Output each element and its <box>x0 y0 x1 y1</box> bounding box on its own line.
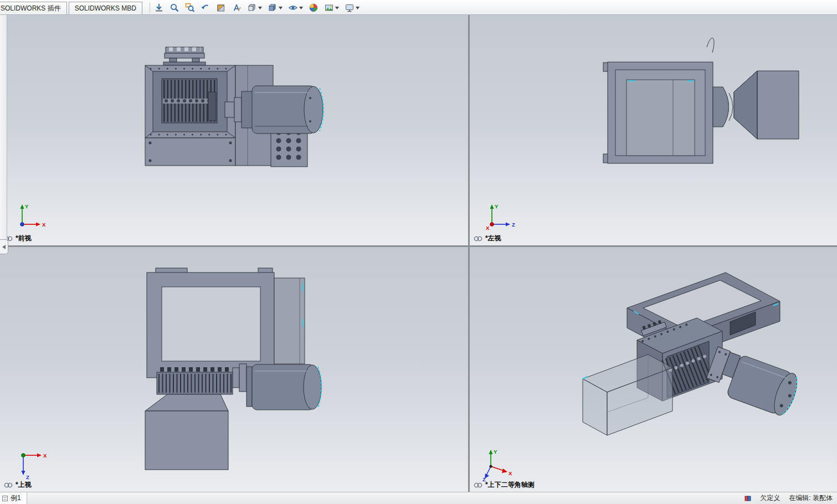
axis-label-y: Y <box>494 449 497 455</box>
tab-label: SOLIDWORKS 插件 <box>1 4 61 13</box>
display-style-button[interactable] <box>267 2 283 13</box>
axis-label-x: X <box>42 222 46 228</box>
status-editing: 在编辑: 装配体 <box>789 493 833 503</box>
base-plate-part <box>145 138 235 166</box>
view-link-icon <box>474 482 482 488</box>
wire-part <box>707 38 714 53</box>
view-name: *上下二等角轴测 <box>485 480 535 490</box>
heads-up-view-toolbar <box>153 2 360 13</box>
dropdown-arrow-icon <box>299 7 303 9</box>
dropdown-arrow-icon <box>279 7 283 9</box>
viewport-front[interactable]: Y X *前视 <box>0 15 468 245</box>
solidworks-window: SOLIDWORKS 插件 SOLIDWORKS MBD <box>0 0 837 504</box>
zoom-to-fit-button[interactable] <box>169 2 180 13</box>
hide-show-items-button[interactable] <box>287 2 304 13</box>
view-name: *左视 <box>485 234 501 243</box>
housing-part <box>145 65 235 138</box>
panel-flyout-handle[interactable] <box>0 239 8 254</box>
section-view-icon <box>216 3 226 13</box>
display-style-icon <box>268 3 278 13</box>
axis-label-z: Z <box>512 222 515 228</box>
axis-label-x: X <box>509 470 512 476</box>
flyout-arrow-icon <box>2 245 6 249</box>
edit-appearance-button[interactable] <box>308 2 319 13</box>
hopper-part <box>583 354 672 435</box>
previous-view-button[interactable] <box>200 2 211 13</box>
orientation-triad: X Z <box>17 448 50 481</box>
sheet-label: 例1 <box>11 493 21 503</box>
viewport-top[interactable]: X Z *上视 <box>0 247 468 492</box>
axis-label-y: Y <box>495 203 499 209</box>
collapsed-panel-strip <box>0 15 7 239</box>
rebuild-status-icon <box>744 495 751 502</box>
command-tabs: SOLIDWORKS 插件 SOLIDWORKS MBD <box>0 0 144 14</box>
orientation-triad: Y X Z <box>482 448 515 482</box>
dynamic-annotation-views-icon <box>232 3 242 13</box>
3d-drawing-view-button[interactable] <box>153 2 165 13</box>
dropdown-arrow-icon <box>335 7 339 9</box>
hopper-part <box>734 71 799 139</box>
view-orientation-button[interactable] <box>247 2 263 13</box>
model-top-view[interactable] <box>0 247 468 492</box>
tab-solidworks-mbd[interactable]: SOLIDWORKS MBD <box>69 2 142 14</box>
section-view-button[interactable] <box>215 2 227 13</box>
apply-scene-button[interactable] <box>323 2 340 13</box>
axis-label-x: X <box>486 225 490 231</box>
model-front-view[interactable] <box>0 15 468 245</box>
hide-show-items-icon <box>288 3 298 13</box>
blade-bar-part <box>157 369 233 394</box>
status-bar: 例1 欠定义 在编辑: 装配体 <box>0 492 837 504</box>
view-link-icon <box>474 236 482 241</box>
motor-part <box>233 364 322 410</box>
hopper-flange-part <box>145 394 228 470</box>
frame-plate-part <box>147 268 305 378</box>
view-settings-icon <box>345 3 355 13</box>
model-isometric-view[interactable] <box>470 247 837 492</box>
frame-part <box>603 62 713 163</box>
multi-viewport-workspace: Y X *前视 <box>0 15 837 492</box>
axis-label-x: X <box>43 452 47 459</box>
sheet-icon <box>2 495 8 502</box>
viewport-left[interactable]: Y Z X *左视 <box>470 15 837 245</box>
coupling-part <box>713 87 733 127</box>
viewport-isometric[interactable]: Y X Z *上下二等角轴测 <box>470 247 837 492</box>
orientation-triad: Y X <box>16 201 49 232</box>
viewport-label-isometric: *上下二等角轴测 <box>474 480 535 490</box>
dropdown-arrow-icon <box>356 7 360 9</box>
status-state: 欠定义 <box>760 493 780 503</box>
viewport-label-left: *左视 <box>474 234 501 243</box>
3d-drawing-view-icon <box>154 3 164 13</box>
orientation-triad: Y Z X <box>485 201 518 232</box>
viewport-label-top: *上视 <box>4 480 32 490</box>
zoom-to-fit-icon <box>170 3 179 13</box>
apply-scene-icon <box>324 3 334 13</box>
view-settings-button[interactable] <box>344 2 360 13</box>
tab-solidworks-addins[interactable]: SOLIDWORKS 插件 <box>0 2 67 14</box>
view-orientation-icon <box>247 3 257 13</box>
dropdown-arrow-icon <box>258 7 262 9</box>
axis-label-y: Y <box>25 203 29 209</box>
model-left-view[interactable] <box>470 15 837 245</box>
toolbar-separator <box>150 3 150 13</box>
view-name: *上视 <box>16 480 32 490</box>
dynamic-annotation-views-button[interactable] <box>231 2 242 13</box>
status-left-tab[interactable]: 例1 <box>0 492 27 504</box>
bracket-part <box>163 47 206 65</box>
motor-part <box>706 347 802 418</box>
previous-view-icon <box>201 3 210 13</box>
zoom-to-area-icon <box>185 3 195 13</box>
edit-appearance-icon <box>309 3 319 13</box>
view-link-icon <box>4 482 13 488</box>
tab-label: SOLIDWORKS MBD <box>75 4 136 12</box>
view-name: *前视 <box>16 234 32 243</box>
zoom-to-area-button[interactable] <box>184 2 196 13</box>
command-tab-bar: SOLIDWORKS 插件 SOLIDWORKS MBD <box>0 0 837 15</box>
axis-label-z: Z <box>26 474 29 480</box>
status-right-group: 欠定义 在编辑: 装配体 <box>744 493 837 503</box>
